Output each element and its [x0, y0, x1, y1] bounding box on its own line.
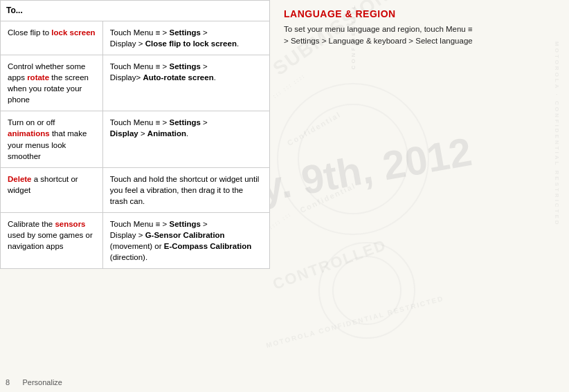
table-cell-action: Close flip to lock screen [1, 21, 103, 55]
table-cell-instruction: Touch and hold the shortcut or widget un… [102, 167, 269, 212]
lock-screen-text: lock screen [51, 28, 95, 37]
language-region-section: LANGUAGE & REGION To set your menu langu… [270, 0, 569, 392]
table-cell-instruction: Touch Menu ≡ > Settings >Display > Anima… [102, 111, 269, 167]
instructions-table: To... Close flip to lock screen Touch Me… [0, 0, 270, 269]
table-cell-action: Calibrate the sensors used by some games… [1, 213, 103, 269]
footer: 8 Personalize [6, 378, 62, 386]
table-cell-instruction: Touch Menu ≡ > Settings >Display > G-Sen… [102, 213, 269, 269]
table-cell-action: Delete a shortcut or widget [1, 167, 103, 212]
lang-menu-icon: ≡ [468, 25, 473, 33]
rotate-text: rotate [27, 73, 49, 82]
page: SUBMISSION CONFIDENTIAL RESTRICTED MOTOR… [0, 0, 569, 392]
table-cell-instruction: Touch Menu ≡ > Settings >Display > Close… [102, 21, 269, 55]
table-row: Delete a shortcut or widget Touch and ho… [1, 167, 270, 212]
table-area: To... Close flip to lock screen Touch Me… [0, 0, 270, 392]
table-row: Close flip to lock screen Touch Menu ≡ >… [1, 21, 270, 55]
lang-region-intro: To set your menu language and region, to… [284, 25, 466, 33]
table-row: Turn on or off animations that make your… [1, 111, 270, 167]
table-cell-instruction: Touch Menu ≡ > Settings >Display> Auto-r… [102, 55, 269, 111]
sensors-text: sensors [55, 220, 85, 228]
delete-text: Delete [8, 175, 32, 183]
table-row: Control whether some apps rotate the scr… [1, 55, 270, 111]
page-number: 8 [6, 378, 10, 386]
menu-icon: ≡ [156, 28, 161, 37]
table-cell-action: Control whether some apps rotate the scr… [1, 55, 103, 111]
table-row: Calibrate the sensors used by some games… [1, 213, 270, 269]
section-label: Personalize [22, 378, 62, 386]
table-cell-action: Turn on or off animations that make your… [1, 111, 103, 167]
header-cell: To... [1, 1, 270, 21]
animations-text: animations [8, 129, 50, 138]
table-header-row: To... [1, 1, 270, 21]
language-region-body: To set your menu language and region, to… [284, 24, 559, 48]
lang-region-path: > Settings > Language & keyboard > Selec… [284, 37, 473, 45]
language-region-title: LANGUAGE & REGION [284, 8, 559, 19]
